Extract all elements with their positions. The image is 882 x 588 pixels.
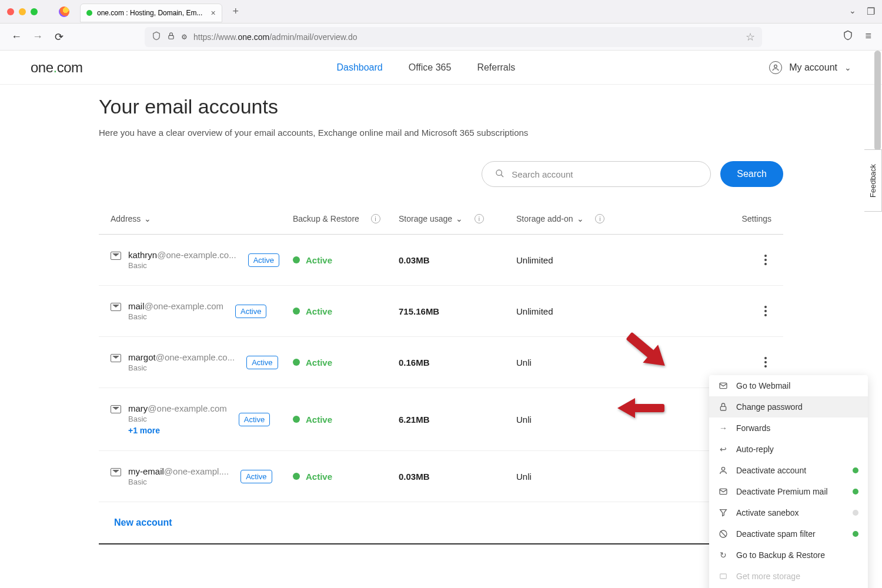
more-link[interactable]: +1 more — [128, 426, 227, 435]
close-window-button[interactable] — [7, 8, 14, 15]
nav-referrals[interactable]: Referrals — [477, 62, 515, 73]
feedback-tab[interactable]: Feedback — [864, 149, 882, 212]
window-copy-icon[interactable]: ❐ — [867, 6, 875, 17]
search-icon — [495, 169, 505, 180]
storage-addon: Unlimited — [516, 306, 652, 316]
storage-addon: Unli — [516, 472, 652, 482]
block-icon — [719, 529, 728, 539]
storage-usage: 715.16MB — [399, 306, 516, 316]
status-dot-icon — [293, 359, 300, 366]
status-dot-icon — [293, 308, 300, 315]
info-icon[interactable]: i — [371, 214, 380, 223]
tier-label: Basic — [128, 312, 223, 321]
tier-label: Basic — [128, 363, 235, 372]
nav-dashboard[interactable]: Dashboard — [336, 62, 382, 73]
active-badge: Active — [248, 253, 279, 267]
dd-change-password[interactable]: Change password — [709, 396, 868, 417]
dd-deactivate-account[interactable]: Deactivate account — [709, 460, 868, 481]
forward-button[interactable]: → — [32, 31, 44, 43]
storage-usage: 0.16MB — [399, 358, 516, 368]
status-dot-icon — [293, 256, 300, 263]
browser-tab[interactable]: one.com : Hosting, Domain, Em... × — [80, 4, 222, 22]
storage-addon: Unlimited — [516, 255, 652, 265]
svg-line-3 — [501, 175, 503, 177]
svg-point-1 — [774, 65, 777, 68]
email-domain: @one-example.com — [145, 301, 223, 311]
active-badge: Active — [235, 305, 266, 318]
th-address[interactable]: Address⌄ — [111, 214, 293, 223]
storage-usage: 6.21MB — [399, 415, 516, 425]
row-actions-button[interactable] — [760, 353, 771, 371]
backup-status: Active — [306, 306, 332, 316]
status-dot-icon — [293, 416, 300, 423]
maximize-window-button[interactable] — [31, 8, 38, 15]
minimize-window-button[interactable] — [19, 8, 26, 15]
restore-icon: ↻ — [719, 550, 728, 560]
tabs-dropdown-icon[interactable]: ⌄ — [849, 6, 856, 17]
dd-activate-sanebox[interactable]: Activate sanebox — [709, 502, 868, 523]
mail-icon — [111, 354, 121, 362]
backup-status: Active — [306, 472, 332, 482]
pocket-icon[interactable] — [843, 30, 853, 44]
dd-goto-webmail[interactable]: Go to Webmail — [709, 375, 868, 396]
email-local: mary — [128, 403, 148, 413]
page-subtitle: Here you have a clear overview of your e… — [99, 128, 783, 138]
webmail-icon — [719, 381, 728, 390]
arrow-right-icon: → — [719, 423, 728, 433]
status-dot-icon — [293, 473, 300, 480]
bookmark-star-icon[interactable]: ☆ — [746, 31, 755, 44]
email-accounts-table: Address⌄ Backup & Restore i Storage usag… — [99, 203, 783, 544]
person-icon — [719, 466, 728, 475]
info-icon[interactable]: i — [475, 214, 484, 223]
mail-icon — [719, 487, 728, 496]
permissions-icon[interactable]: ⚙ — [181, 33, 188, 41]
reply-icon: ↩ — [719, 445, 728, 454]
account-menu[interactable]: My account ⌄ — [769, 61, 851, 74]
tab-close-icon[interactable]: × — [207, 8, 215, 18]
th-addon[interactable]: Storage add-on⌄ i — [516, 214, 652, 223]
app-menu-icon[interactable]: ≡ — [865, 30, 871, 44]
email-local: mail — [128, 301, 145, 311]
svg-rect-5 — [720, 406, 726, 410]
th-storage[interactable]: Storage usage⌄ i — [399, 214, 516, 223]
new-tab-button[interactable]: + — [227, 5, 245, 18]
row-actions-button[interactable] — [760, 251, 771, 269]
search-button[interactable]: Search — [720, 161, 783, 187]
reload-button[interactable]: ⟳ — [53, 31, 65, 44]
site-logo[interactable]: one.com — [31, 59, 83, 76]
th-settings: Settings — [741, 214, 771, 223]
new-account-button[interactable]: New account — [99, 502, 783, 544]
address-bar[interactable]: ⚙ https://www.one.com/admin/mail/overvie… — [145, 27, 762, 47]
email-domain: @one-example.com — [148, 403, 226, 413]
site-topnav: one.com Dashboard Office 365 Referrals M… — [0, 51, 882, 85]
info-icon[interactable]: i — [595, 214, 604, 223]
svg-line-9 — [720, 531, 726, 536]
search-input[interactable]: Search account — [482, 161, 711, 187]
chevron-down-icon: ⌄ — [844, 63, 851, 72]
email-domain: @one-exampl.... — [164, 466, 229, 476]
email-local: kathryn — [128, 250, 157, 260]
dd-deactivate-spam[interactable]: Deactivate spam filter — [709, 523, 868, 544]
filter-icon — [719, 508, 728, 517]
dd-forwards[interactable]: →Forwards — [709, 417, 868, 439]
dd-auto-reply[interactable]: ↩Auto-reply — [709, 439, 868, 460]
nav-office365[interactable]: Office 365 — [409, 62, 452, 73]
chevron-down-icon: ⌄ — [577, 214, 584, 223]
status-dot-icon — [853, 531, 858, 537]
annotation-arrow-to-change-password — [617, 398, 670, 420]
svg-rect-0 — [169, 35, 173, 39]
svg-point-6 — [721, 467, 724, 470]
tab-favicon — [86, 10, 92, 16]
back-button[interactable]: ← — [11, 31, 22, 43]
table-row: mail@one-example.com Basic Active Active… — [99, 286, 783, 337]
lock-icon — [167, 32, 175, 42]
dd-goto-backup[interactable]: ↻Go to Backup & Restore — [709, 544, 868, 566]
row-actions-button[interactable] — [760, 302, 771, 320]
firefox-icon — [59, 6, 69, 17]
dd-deactivate-premium[interactable]: Deactivate Premium mail — [709, 481, 868, 502]
dd-get-storage: Get more storage — [709, 566, 868, 587]
email-domain: @one-example.co... — [156, 352, 235, 362]
mail-icon — [111, 303, 121, 311]
storage-usage: 0.03MB — [399, 472, 516, 482]
backup-status: Active — [306, 358, 332, 368]
